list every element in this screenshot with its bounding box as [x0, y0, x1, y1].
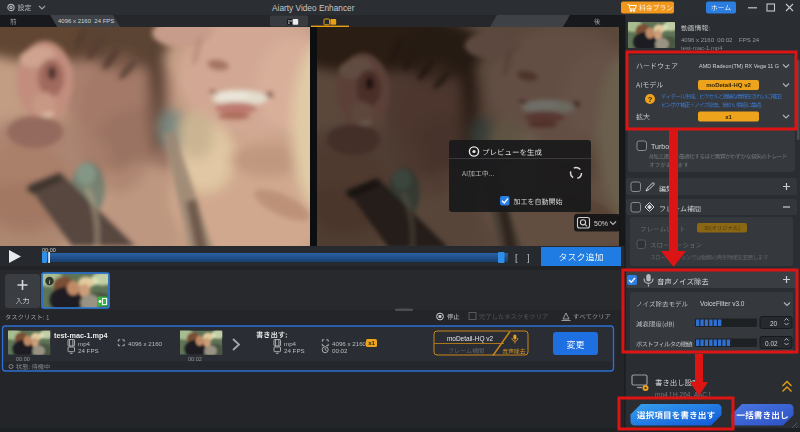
svg-text:test-mac-1.mp4: test-mac-1.mp4 [54, 331, 108, 340]
svg-text:x1: x1 [725, 114, 732, 120]
svg-text:[: [ [515, 252, 518, 263]
svg-text:x1: x1 [368, 340, 375, 346]
svg-text:24 FPS: 24 FPS [78, 347, 99, 354]
svg-text:test-mac-1.mp4: test-mac-1.mp4 [681, 45, 723, 51]
svg-text:AMD Radeon(TM) RX Vega 11 G: AMD Radeon(TM) RX Vega 11 G [699, 62, 779, 69]
svg-text:20: 20 [770, 320, 778, 327]
svg-text:0.02: 0.02 [765, 340, 778, 347]
svg-text:24 FPS: 24 FPS [284, 347, 305, 354]
svg-text:4096 x 2160: 4096 x 2160 [332, 340, 367, 347]
svg-text:00:00: 00:00 [16, 356, 30, 362]
svg-text:moDetail-HQ v2: moDetail-HQ v2 [706, 82, 751, 88]
svg-text:moDetail-HQ v2: moDetail-HQ v2 [447, 335, 494, 343]
svg-text:4096 x 2160 24 FPS: 4096 x 2160 24 FPS [58, 18, 114, 24]
svg-text:50%: 50% [594, 220, 608, 227]
svg-text:4096 x 2160: 4096 x 2160 [128, 340, 163, 347]
svg-text:VoiceFilter v3.0: VoiceFilter v3.0 [700, 300, 745, 307]
svg-text:?: ? [648, 95, 653, 104]
svg-text:Turbo: Turbo [651, 143, 669, 150]
svg-text:mp4: mp4 [78, 340, 91, 347]
svg-text:Aiarty Video Enhancer: Aiarty Video Enhancer [272, 3, 355, 13]
svg-text:00:02: 00:02 [332, 347, 348, 354]
svg-text:mp4: mp4 [284, 340, 297, 347]
svg-text:00:00: 00:00 [42, 247, 56, 253]
svg-text:i: i [49, 278, 51, 285]
svg-text:00:02: 00:02 [188, 356, 202, 362]
svg-text:4096 x 2160 00:02 FPS 24: 4096 x 2160 00:02 FPS 24 [681, 37, 760, 43]
svg-text:]: ] [527, 252, 530, 263]
